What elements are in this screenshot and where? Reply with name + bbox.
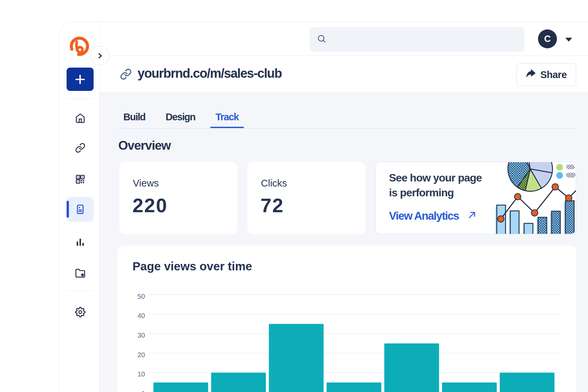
tab-track[interactable]: Track xyxy=(210,106,244,127)
arrow-up-right-icon xyxy=(467,210,476,222)
pages-icon xyxy=(75,204,85,215)
home-icon xyxy=(75,113,85,123)
app-window: C yourbrnd.co/m/sales-club Share BuildDe… xyxy=(59,22,588,392)
sidebar-divider-bottom xyxy=(67,291,94,291)
tab-build[interactable]: Build xyxy=(118,106,151,127)
top-header: C xyxy=(100,22,588,56)
sidebar-item-pages[interactable] xyxy=(67,197,94,222)
bar-2 xyxy=(269,324,324,392)
sidebar-divider-top xyxy=(67,99,94,99)
share-button[interactable]: Share xyxy=(516,63,576,86)
tab-design[interactable]: Design xyxy=(160,106,201,127)
bar-1 xyxy=(211,373,266,392)
tab-bar: BuildDesignTrack xyxy=(118,106,576,129)
link-icon xyxy=(120,68,132,81)
sidebar-item-qr-codes[interactable] xyxy=(67,167,94,192)
account-menu-caret-icon[interactable] xyxy=(565,37,572,41)
bitly-logo xyxy=(70,36,89,56)
share-icon xyxy=(526,69,536,80)
y-tick-label-40: 40 xyxy=(138,312,145,319)
sidebar xyxy=(59,22,100,392)
analytics-icon xyxy=(75,237,85,247)
campaigns-icon xyxy=(75,268,85,278)
search-input[interactable] xyxy=(330,35,524,44)
y-tick-label-0: 0 xyxy=(141,390,145,392)
links-icon xyxy=(75,143,85,153)
qr-codes-icon xyxy=(75,174,85,185)
overview-heading: Overview xyxy=(118,139,171,153)
create-new-button[interactable] xyxy=(67,68,94,91)
bar-3 xyxy=(326,383,381,392)
page-views-bar-chart: 01020304050 xyxy=(134,290,563,392)
stat-label: Views xyxy=(133,178,159,189)
sidebar-item-settings[interactable] xyxy=(67,300,94,324)
clicks-stat-card: Clicks 72 xyxy=(247,162,365,234)
y-tick-label-30: 30 xyxy=(138,332,145,339)
active-item-indicator xyxy=(67,201,69,218)
search-icon xyxy=(317,34,326,45)
view-analytics-link[interactable]: View Analytics xyxy=(389,210,476,222)
sidebar-item-links[interactable] xyxy=(67,136,94,160)
sidebar-expand-button[interactable] xyxy=(90,46,109,65)
sidebar-item-campaigns[interactable] xyxy=(67,261,94,286)
chart-title: Page views over time xyxy=(132,260,252,273)
settings-icon xyxy=(75,307,85,317)
page-url: yourbrnd.co/m/sales-club xyxy=(138,66,281,81)
sidebar-item-analytics[interactable] xyxy=(67,230,94,254)
search-bar[interactable] xyxy=(310,27,524,52)
y-tick-label-50: 50 xyxy=(138,293,145,300)
stat-value: 72 xyxy=(261,194,284,217)
sidebar-item-home[interactable] xyxy=(67,106,94,130)
page-views-chart-card: Page views over time 01020304050 xyxy=(117,246,576,392)
main-content: BuildDesignTrack Overview Views 220 Clic… xyxy=(100,93,588,392)
y-tick-label-20: 20 xyxy=(138,351,145,359)
y-tick-label-10: 10 xyxy=(138,370,145,378)
bar-5 xyxy=(442,383,497,392)
avatar[interactable]: C xyxy=(538,29,557,48)
bar-0 xyxy=(153,383,208,392)
promo-title: See how your page is performing xyxy=(389,170,482,200)
stat-value: 220 xyxy=(132,194,168,217)
page-url-bar: yourbrnd.co/m/sales-club Share xyxy=(100,56,588,93)
analytics-promo-card: See how your page is performing View Ana… xyxy=(375,162,576,234)
bar-4 xyxy=(384,343,439,392)
bar-6 xyxy=(500,373,555,392)
views-stat-card: Views 220 xyxy=(119,162,237,234)
stat-label: Clicks xyxy=(261,178,287,189)
